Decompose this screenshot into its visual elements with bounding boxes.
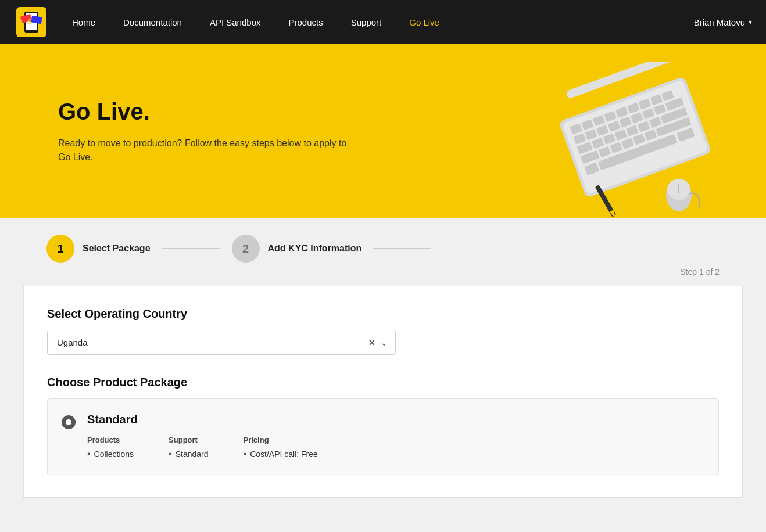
products-col-title: Products bbox=[87, 436, 134, 444]
step-line-1 bbox=[162, 248, 220, 249]
hero-subtitle: Ready to move to production? Follow the … bbox=[58, 136, 349, 164]
step-2: 2 Add KYC Information bbox=[232, 235, 362, 263]
products-list: Collections bbox=[87, 449, 134, 459]
support-list: Standard bbox=[169, 449, 208, 459]
package-card: Standard Products Collections Support St… bbox=[47, 398, 719, 476]
navbar: $ Home Documentation API Sandbox Product… bbox=[0, 0, 766, 44]
pricing-col: Pricing Cost/API call: Free bbox=[244, 436, 318, 462]
list-item: Standard bbox=[169, 449, 208, 459]
package-info: Standard Products Collections Support St… bbox=[87, 413, 704, 462]
support-col-title: Support bbox=[169, 436, 208, 444]
nav-support[interactable]: Support bbox=[351, 17, 382, 27]
package-radio[interactable] bbox=[62, 415, 76, 462]
step-1-label: Select Package bbox=[83, 243, 151, 254]
hero-title: Go Live. bbox=[58, 99, 349, 125]
user-menu-chevron: ▾ bbox=[749, 18, 752, 26]
pricing-list: Cost/API call: Free bbox=[244, 449, 318, 459]
hero-content: Go Live. Ready to move to production? Fo… bbox=[58, 99, 349, 164]
list-item: Cost/API call: Free bbox=[244, 449, 318, 459]
logo[interactable]: $ bbox=[14, 5, 49, 39]
main-content: Select Operating Country Uganda Ghana Rw… bbox=[23, 286, 743, 498]
step-1-circle: 1 bbox=[46, 235, 74, 263]
step-2-circle: 2 bbox=[232, 235, 260, 263]
support-col: Support Standard bbox=[169, 436, 208, 462]
package-columns: Products Collections Support Standard Pr… bbox=[87, 436, 704, 462]
step-2-number: 2 bbox=[242, 242, 249, 256]
package-name: Standard bbox=[87, 413, 704, 426]
pricing-col-title: Pricing bbox=[244, 436, 318, 444]
nav-go-live[interactable]: Go Live bbox=[409, 17, 439, 27]
hero-illustration bbox=[545, 62, 731, 218]
country-section-title: Select Operating Country bbox=[47, 307, 719, 321]
list-item: Collections bbox=[87, 449, 134, 459]
nav-products[interactable]: Products bbox=[288, 17, 323, 27]
step-info: Step 1 of 2 bbox=[46, 267, 720, 276]
nav-api-sandbox[interactable]: API Sandbox bbox=[210, 17, 261, 27]
stepper-section: 1 Select Package 2 Add KYC Information S… bbox=[0, 218, 766, 286]
products-col: Products Collections bbox=[87, 436, 134, 462]
svg-text:$: $ bbox=[28, 18, 32, 26]
package-section-title: Choose Product Package bbox=[47, 376, 719, 389]
package-radio-circle bbox=[62, 415, 76, 429]
package-radio-inner bbox=[66, 419, 71, 425]
nav-documentation[interactable]: Documentation bbox=[123, 17, 182, 27]
user-menu[interactable]: Brian Matovu ▾ bbox=[694, 17, 752, 27]
step-2-label: Add KYC Information bbox=[268, 243, 362, 254]
country-select-wrapper: Uganda Ghana Rwanda Ivory Coast × ⌄ bbox=[47, 330, 396, 355]
step-1-number: 1 bbox=[57, 242, 63, 256]
step-1: 1 Select Package bbox=[46, 235, 151, 263]
country-select[interactable]: Uganda Ghana Rwanda Ivory Coast bbox=[47, 330, 396, 355]
navbar-links: Home Documentation API Sandbox Products … bbox=[72, 17, 694, 27]
nav-home[interactable]: Home bbox=[72, 17, 95, 27]
step-line-2 bbox=[373, 248, 431, 249]
user-name: Brian Matovu bbox=[694, 17, 745, 27]
stepper: 1 Select Package 2 Add KYC Information bbox=[46, 235, 720, 263]
hero-section: Go Live. Ready to move to production? Fo… bbox=[0, 44, 766, 218]
